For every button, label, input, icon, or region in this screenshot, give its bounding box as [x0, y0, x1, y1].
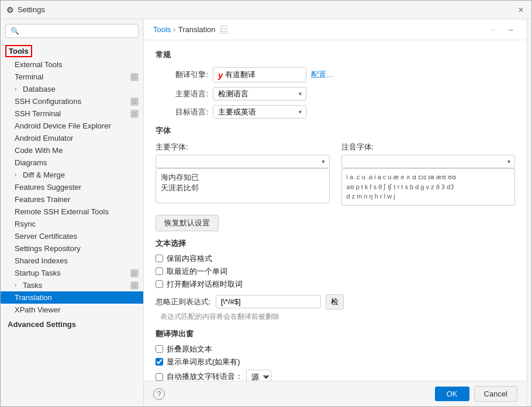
expand-icon: ›: [15, 172, 22, 178]
collapse-original-label: 折叠原始文本: [167, 344, 212, 354]
checkbox-collapse-original: 折叠原始文本: [156, 344, 515, 354]
terminal-indicator: □: [130, 73, 139, 81]
section-general-title: 常规: [156, 50, 515, 60]
checkbox-preserve-format: 保留内容格式: [156, 253, 515, 264]
breadcrumb-indicator: □: [220, 26, 228, 34]
auto-tts-checkbox[interactable]: [156, 373, 163, 381]
sidebar-item-ssh-configurations[interactable]: SSH Configurations □: [1, 95, 143, 107]
sidebar-item-database[interactable]: › Database: [1, 83, 143, 95]
collapse-original-checkbox[interactable]: [156, 345, 163, 353]
phonetic-font-label: 注音字体:: [341, 142, 516, 152]
font-preview-line1: 海内存知已: [161, 172, 324, 183]
sidebar-item-label: Rsync: [15, 220, 36, 228]
hint-text: 表达式匹配的内容将会在翻译前被删除: [160, 312, 515, 322]
preserve-format-checkbox[interactable]: [156, 255, 163, 262]
font-preview-line2: 天涯若比邻: [161, 183, 324, 193]
sidebar-item-features-trainer[interactable]: Features Trainer: [1, 193, 143, 206]
bottom-bar: ? OK Cancel: [144, 381, 527, 406]
window-icon: ⚙: [6, 5, 14, 15]
sidebar-item-label: Startup Tasks: [15, 269, 61, 277]
source-lang-select-wrapper: 检测语言: [213, 87, 306, 100]
sidebar-item-label: Server Certificates: [15, 232, 77, 241]
popup-section: 翻译弹出窗 折叠原始文本 显示单词形式(如果有) 自动播放文字转语音：: [156, 329, 515, 381]
sidebar-item-label: Code With Me: [15, 146, 63, 155]
source-lang-label: 主要语言:: [156, 89, 208, 99]
sidebar-item-xpath-viewer[interactable]: XPath Viewer: [1, 304, 143, 316]
checkbox-nearest-word: 取最近的一个单词: [156, 266, 515, 277]
target-lang-select[interactable]: 主要或英语: [213, 105, 306, 119]
sidebar-item-code-with-me[interactable]: Code With Me: [1, 144, 143, 156]
main-font-preview: 海内存知已 天涯若比邻: [156, 168, 330, 203]
preserve-format-label: 保留内容格式: [167, 253, 212, 264]
sidebar-item-label: SSH Configurations: [15, 97, 81, 106]
ssh-config-indicator: □: [130, 98, 139, 106]
sidebar-item-label: Remote SSH External Tools: [15, 207, 109, 216]
sidebar-item-label: Terminal: [15, 72, 43, 81]
main-font-select[interactable]: [156, 155, 330, 168]
config-link[interactable]: 配置...: [311, 69, 333, 80]
regex-check-button[interactable]: 检: [326, 294, 344, 309]
auto-tts-label: 自动播放文字转语音：: [167, 371, 243, 381]
sidebar-item-external-tools[interactable]: External Tools: [1, 58, 143, 71]
cancel-button[interactable]: Cancel: [474, 386, 517, 402]
sidebar-item-features-suggester[interactable]: Features Suggester: [1, 181, 143, 193]
take-word-checkbox[interactable]: [156, 280, 163, 288]
regex-label: 忽略正则表达式:: [156, 297, 211, 307]
sidebar-item-diff-merge[interactable]: › Diff & Merge: [1, 169, 143, 181]
regex-input[interactable]: [216, 295, 321, 308]
sidebar-item-label: Translation: [15, 293, 52, 302]
engine-display: y 有道翻译: [213, 67, 306, 82]
sidebar-item-android-device[interactable]: Android Device File Explorer: [1, 120, 143, 132]
target-lang-row: 目标语言: 主要或英语: [156, 105, 515, 119]
sidebar-item-shared-indexes[interactable]: Shared Indexes: [1, 255, 143, 267]
font-section-title: 字体: [156, 126, 515, 136]
sidebar-item-android-emulator[interactable]: Android Emulator: [1, 132, 143, 144]
sidebar: Tools External Tools Terminal □ › Databa…: [1, 19, 144, 406]
nearest-word-checkbox[interactable]: [156, 267, 163, 275]
source-lang-select[interactable]: 检测语言: [213, 87, 306, 100]
sidebar-item-settings-repository[interactable]: Settings Repository: [1, 242, 143, 255]
sidebar-advanced-settings[interactable]: Advanced Settings: [1, 318, 143, 331]
sidebar-item-server-certificates[interactable]: Server Certificates: [1, 230, 143, 242]
checkbox-show-word-forms: 显示单词形式(如果有): [156, 357, 515, 367]
target-lang-select-wrapper: 主要或英语: [213, 105, 306, 119]
ok-button[interactable]: OK: [435, 387, 469, 401]
show-word-forms-label: 显示单词形式(如果有): [167, 357, 240, 367]
window-title: Settings: [18, 5, 516, 14]
reset-button[interactable]: 恢复默认设置: [156, 215, 219, 231]
close-button[interactable]: ✕: [516, 5, 526, 15]
main-font-select-wrapper: [156, 155, 330, 168]
sidebar-item-label: Features Suggester: [15, 183, 81, 192]
sidebar-item-translation[interactable]: Translation: [1, 291, 143, 304]
sidebar-item-label: Android Device File Explorer: [15, 121, 111, 130]
sidebar-item-rsync[interactable]: Rsync: [1, 218, 143, 230]
text-select-section: 文本选择 保留内容格式 取最近的一个单词 打开翻译对话框时取词: [156, 238, 515, 322]
tools-section: Tools: [1, 43, 143, 58]
sidebar-item-terminal[interactable]: Terminal □: [1, 71, 143, 83]
search-input[interactable]: [5, 24, 139, 38]
nav-forward-button[interactable]: →: [503, 23, 517, 37]
engine-name: 有道翻译: [225, 69, 255, 80]
phonetic-font-select[interactable]: [341, 155, 516, 168]
sidebar-item-label: External Tools: [15, 60, 62, 69]
sidebar-item-tasks[interactable]: › Tasks □: [1, 279, 143, 291]
checkbox-take-word-on-open: 打开翻译对话框时取词: [156, 279, 515, 290]
expand-icon: ›: [15, 282, 22, 288]
sidebar-item-startup-tasks[interactable]: Startup Tasks □: [1, 267, 143, 279]
tts-select[interactable]: 源: [246, 370, 271, 381]
breadcrumb-parent[interactable]: Tools: [153, 25, 171, 34]
sidebar-item-ssh-terminal[interactable]: SSH Terminal □: [1, 107, 143, 120]
main-font-group: 主要字体: 海内存知已 天涯若比邻: [156, 142, 330, 206]
sidebar-item-remote-ssh[interactable]: Remote SSH External Tools: [1, 206, 143, 218]
sidebar-item-label: Settings Repository: [15, 244, 81, 253]
tools-header[interactable]: Tools: [5, 45, 32, 57]
breadcrumb-current: Translation: [178, 25, 216, 34]
main-content: Tools External Tools Terminal □ › Databa…: [1, 19, 531, 406]
help-button[interactable]: ?: [153, 388, 165, 400]
show-word-forms-checkbox[interactable]: [156, 358, 163, 366]
sidebar-item-diagrams[interactable]: Diagrams: [1, 156, 143, 169]
title-bar: ⚙ Settings ✕: [1, 1, 531, 19]
nav-arrows: ← →: [487, 23, 517, 37]
sidebar-tree: Tools External Tools Terminal □ › Databa…: [1, 43, 143, 406]
nav-back-button[interactable]: ←: [487, 23, 501, 37]
